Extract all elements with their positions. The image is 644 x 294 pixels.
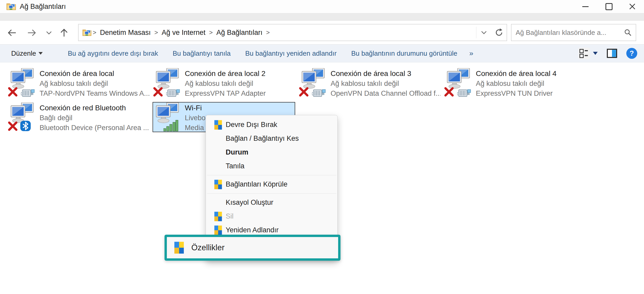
connection-name: Conexión de área local	[40, 69, 149, 79]
toolbar-command[interactable]: Bu bağlantıyı yeniden adlandır	[245, 49, 337, 57]
uac-shield-icon	[214, 211, 223, 222]
connection-device: ExpressVPN TAP Adapter	[185, 88, 295, 98]
address-dropdown-button[interactable]	[476, 24, 491, 41]
toolbar-command[interactable]: Bu bağlantıyı tanıla	[173, 49, 231, 57]
close-button[interactable]	[621, 0, 644, 13]
maximize-icon	[605, 3, 613, 10]
toolbar-command[interactable]: Bu ağ aygıtını devre dışı bırak	[68, 49, 158, 57]
menu-separator	[207, 175, 336, 175]
caret-down-icon	[593, 52, 598, 55]
forward-arrow-icon	[27, 28, 37, 37]
address-bar[interactable]: >Denetim Masası>Ağ ve Internet>Ağ Bağlan…	[78, 24, 507, 41]
breadcrumb-separator: >	[154, 29, 158, 36]
connection-status: Bağlı değil	[40, 113, 149, 123]
chevron-down-icon	[46, 30, 52, 35]
preview-pane-button[interactable]	[607, 48, 617, 59]
network-adapter-icon	[9, 103, 38, 133]
refresh-button[interactable]	[491, 24, 507, 41]
minimize-icon	[582, 6, 589, 7]
ethernet-plug-icon	[312, 88, 326, 98]
network-adapter-icon	[154, 68, 183, 98]
connection-name: Conexión de área local 2	[185, 69, 295, 79]
annotation-highlight-properties[interactable]: Özellikler	[165, 235, 340, 261]
menu-band	[0, 13, 644, 21]
search-input[interactable]	[512, 29, 620, 37]
up-button[interactable]	[57, 25, 71, 40]
connection-name: Conexión de área local 4	[476, 69, 586, 79]
context-menu-item-label: Kısayol Oluştur	[226, 199, 273, 207]
context-menu-item[interactable]: Kısayol Oluştur	[206, 196, 337, 209]
toolbar-commands: Bu ağ aygıtını devre dışı bırakBu bağlan…	[68, 49, 457, 57]
disconnected-x-icon	[153, 87, 163, 97]
connection-device: ExpressVPN TUN Driver	[476, 88, 586, 98]
context-menu-item-label: Devre Dışı Bırak	[226, 121, 277, 129]
ethernet-plug-icon	[166, 88, 181, 98]
breadcrumb-item[interactable]: Ağ Bağlantıları	[216, 29, 262, 37]
uac-shield-icon	[174, 241, 185, 254]
uac-shield-icon	[214, 120, 223, 130]
forward-button[interactable]	[24, 25, 39, 40]
back-button[interactable]	[5, 25, 19, 40]
disconnected-x-icon	[299, 87, 309, 97]
breadcrumb-separator: >	[266, 29, 270, 36]
window-title: Ağ Bağlantıları	[20, 3, 66, 11]
toolbar-command[interactable]: Bu bağlantının durumunu görüntüle	[351, 49, 457, 57]
context-menu-item[interactable]: Devre Dışı Bırak	[206, 118, 337, 132]
maximize-button[interactable]	[597, 0, 621, 13]
address-location-icon	[82, 28, 92, 37]
context-menu-item[interactable]: Durum	[206, 145, 337, 159]
breadcrumb-item[interactable]: Denetim Masası	[100, 29, 151, 37]
recent-locations-button[interactable]	[42, 25, 56, 40]
network-adapter-icon	[445, 68, 474, 98]
connection-status: Ağ kablosu takılı değil	[331, 79, 440, 88]
command-toolbar: Düzenle Bu ağ aygıtını devre dışı bırakB…	[0, 44, 644, 62]
context-menu-item-label: Tanıla	[226, 162, 244, 170]
context-menu-item: Sil	[206, 209, 337, 223]
menu-separator	[207, 193, 336, 194]
connection-item[interactable]: Conexión de área local 4 Ağ kablosu takı…	[444, 68, 587, 98]
connection-item[interactable]: Conexión de área local 3 Ağ kablosu takı…	[299, 68, 441, 98]
context-menu-item-label: Sil	[226, 212, 233, 220]
ethernet-plug-icon	[457, 88, 472, 98]
context-menu-item[interactable]: Tanıla	[206, 159, 337, 173]
connection-device: OpenVPN Data Channel Offload f...	[331, 88, 440, 98]
refresh-icon	[495, 28, 503, 37]
view-list-icon	[578, 48, 590, 59]
organize-label: Düzenle	[11, 49, 36, 57]
context-menu-item[interactable]: Bağlantıları Köprüle	[206, 177, 337, 191]
breadcrumb-item[interactable]: Ağ ve Internet	[162, 29, 205, 37]
minimize-button[interactable]	[574, 0, 597, 13]
search-box	[511, 24, 636, 41]
context-menu-item-label: Bağlantıları Köprüle	[226, 180, 287, 188]
help-button[interactable]: ?	[626, 48, 637, 59]
navigation-bar: >Denetim Masası>Ağ ve Internet>Ağ Bağlan…	[0, 21, 644, 44]
disconnected-x-icon	[8, 87, 18, 97]
network-adapter-icon	[154, 103, 183, 133]
context-menu-item-label: Yeniden Adlandır	[226, 226, 279, 234]
network-adapter-icon	[300, 68, 329, 98]
title-bar: Ağ Bağlantıları	[0, 0, 644, 13]
context-menu-item-label: Durum	[226, 148, 248, 156]
organize-button[interactable]: Düzenle	[11, 49, 43, 57]
search-icon[interactable]	[624, 29, 632, 36]
change-view-button[interactable]	[578, 48, 598, 59]
uac-shield-icon	[214, 225, 223, 235]
bluetooth-icon	[20, 121, 31, 131]
toolbar-overflow-button[interactable]: »	[469, 49, 473, 57]
context-menu-item[interactable]: Bağlan / Bağlantıyı Kes	[206, 132, 337, 145]
back-arrow-icon	[7, 28, 17, 37]
connection-item[interactable]: Conexión de red Bluetooth Bağlı değil Bl…	[8, 103, 150, 133]
connection-name: Wi-Fi	[185, 103, 294, 113]
connection-device: TAP-NordVPN Teams Windows A...	[40, 88, 149, 98]
breadcrumb-separator: >	[93, 29, 96, 36]
properties-menu-item-label: Özellikler	[191, 243, 224, 252]
connection-status: Ağ kablosu takılı değil	[185, 79, 295, 88]
connection-item[interactable]: Conexión de área local Ağ kablosu takılı…	[8, 68, 150, 98]
connection-item[interactable]: Conexión de área local 2 Ağ kablosu takı…	[153, 68, 296, 98]
context-menu-item-label: Bağlan / Bağlantıyı Kes	[226, 135, 299, 143]
caret-down-icon	[39, 52, 43, 55]
disconnected-x-icon	[444, 87, 454, 97]
uac-shield-icon	[214, 179, 223, 190]
breadcrumb: >Denetim Masası>Ağ ve Internet>Ağ Bağlan…	[92, 29, 271, 37]
network-folder-icon	[6, 2, 16, 11]
